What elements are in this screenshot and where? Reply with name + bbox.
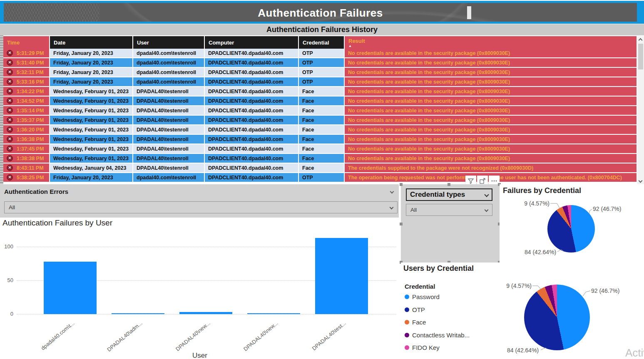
cell-result[interactable]: No credentials are available in the secu… xyxy=(345,144,637,154)
column-header-user[interactable]: User xyxy=(133,36,205,49)
cell-date[interactable]: Friday, January 20, 2023 xyxy=(50,173,133,183)
cell-time[interactable]: ✕1:38:38 PM xyxy=(3,154,50,163)
cell-result[interactable]: No credentials are available in the secu… xyxy=(345,49,637,58)
cell-computer[interactable]: DPADCLIENT40.dpadal40.com xyxy=(205,77,299,87)
cell-credential[interactable]: OTP xyxy=(299,77,345,87)
cell-user[interactable]: DPADAL40\testenroll xyxy=(133,116,205,125)
cell-computer[interactable]: DPADCLIENT40.dpadal40.com xyxy=(205,163,299,173)
chevron-down-icon[interactable] xyxy=(390,190,394,194)
resize-handle[interactable] xyxy=(448,183,450,186)
cell-date[interactable]: Wednesday, February 01, 2023 xyxy=(50,135,133,144)
bar-4[interactable] xyxy=(247,313,300,314)
cell-user[interactable]: dpadal40.com\testenroll xyxy=(133,58,205,68)
cell-result[interactable]: No credentials are available in the secu… xyxy=(345,58,637,68)
credential-types-dropdown[interactable]: All xyxy=(406,204,492,216)
cell-time[interactable]: ✕5:31:29 PM xyxy=(3,49,50,58)
cell-result[interactable]: No credentials are available in the secu… xyxy=(345,77,637,87)
column-header-computer[interactable]: Computer xyxy=(205,36,299,49)
cell-result[interactable]: No credentials are available in the secu… xyxy=(345,116,637,125)
bar-2[interactable] xyxy=(112,313,164,314)
cell-result[interactable]: No credentials are available in the secu… xyxy=(345,154,637,163)
cell-time[interactable]: ✕1:36:20 PM xyxy=(3,125,50,135)
cell-result[interactable]: The credentials supplied to the package … xyxy=(345,163,637,173)
cell-date[interactable]: Friday, January 20, 2023 xyxy=(50,49,133,58)
cell-user[interactable]: dpadal40.com\testenroll xyxy=(133,49,205,58)
scroll-down-icon[interactable] xyxy=(639,179,643,183)
cell-computer[interactable]: DPADCLIENT40.dpadal40.com xyxy=(205,68,299,77)
cell-time[interactable]: ✕5:32:11 PM xyxy=(3,68,50,77)
cell-date[interactable]: Friday, January 20, 2023 xyxy=(50,58,133,68)
legend-item-face[interactable]: Face xyxy=(405,319,426,326)
cell-user[interactable]: DPADAL40\testenroll xyxy=(133,87,205,97)
cell-user[interactable]: DPADAL40\testenroll xyxy=(133,125,205,135)
cell-computer[interactable]: DPADCLIENT40.dpadal40.com xyxy=(205,125,299,135)
cell-user[interactable]: DPADAL40\testenroll xyxy=(133,135,205,144)
cell-time[interactable]: ✕5:31:40 PM xyxy=(3,58,50,68)
cell-date[interactable]: Wednesday, February 01, 2023 xyxy=(50,116,133,125)
cell-credential[interactable]: Face xyxy=(299,135,345,144)
cell-user[interactable]: DPADAL40\testenroll xyxy=(133,154,205,163)
cell-credential[interactable]: Face xyxy=(299,125,345,135)
cell-credential[interactable]: OTP xyxy=(299,58,345,68)
cell-time[interactable]: ✕8:43:11 PM xyxy=(3,163,50,173)
legend-item-password[interactable]: Password xyxy=(405,293,440,300)
cell-date[interactable]: Wednesday, February 01, 2023 xyxy=(50,154,133,163)
cell-result[interactable]: No credentials are available in the secu… xyxy=(345,106,637,116)
cell-credential[interactable]: OTP xyxy=(299,173,345,183)
cell-computer[interactable]: DPADCLIENT40.dpadal40.com xyxy=(205,135,299,144)
cell-result[interactable]: No credentials are available in the secu… xyxy=(345,125,637,135)
cell-time[interactable]: ✕1:35:37 PM xyxy=(3,116,50,125)
column-header-credential[interactable]: Credential xyxy=(299,36,345,49)
table-scrollbar[interactable] xyxy=(637,36,644,184)
cell-computer[interactable]: DPADCLIENT40.dpadal40.com xyxy=(205,49,299,58)
bar-1[interactable] xyxy=(44,262,97,314)
failures-by-credential-pie[interactable] xyxy=(547,205,595,253)
bar-3[interactable] xyxy=(179,312,232,314)
cell-date[interactable]: Wednesday, January 04, 2023 xyxy=(50,163,133,173)
cell-user[interactable]: DPADAL40\testenroll xyxy=(133,106,205,116)
users-by-credential-pie[interactable] xyxy=(524,285,590,350)
bar-5[interactable] xyxy=(315,238,368,314)
cell-date[interactable]: Wednesday, February 01, 2023 xyxy=(50,125,133,135)
cell-computer[interactable]: DPADCLIENT40.dpadal40.com xyxy=(205,154,299,163)
cell-credential[interactable]: Face xyxy=(299,154,345,163)
cell-computer[interactable]: DPADCLIENT40.dpadal40.com xyxy=(205,173,299,183)
cell-user[interactable]: dpadal40.com\testenroll xyxy=(133,173,205,183)
cell-credential[interactable]: Face xyxy=(299,163,345,173)
cell-date[interactable]: Wednesday, February 01, 2023 xyxy=(50,106,133,116)
cell-computer[interactable]: DPADCLIENT40.dpadal40.com xyxy=(205,87,299,97)
cell-credential[interactable]: Face xyxy=(299,116,345,125)
cell-time[interactable]: ✕1:37:45 PM xyxy=(3,144,50,154)
cell-time[interactable]: ✕1:36:38 PM xyxy=(3,135,50,144)
cell-credential[interactable]: Face xyxy=(299,87,345,97)
column-header-result[interactable]: Result ▲ xyxy=(345,36,637,49)
column-header-time[interactable]: Time xyxy=(3,36,50,49)
cell-date[interactable]: Friday, January 20, 2023 xyxy=(50,68,133,77)
cell-computer[interactable]: DPADCLIENT40.dpadal40.com xyxy=(205,144,299,154)
legend-item-contactless-writab-[interactable]: Contactless Writab... xyxy=(405,332,470,339)
cell-date[interactable]: Wednesday, February 01, 2023 xyxy=(50,144,133,154)
resize-handle[interactable] xyxy=(400,183,403,186)
cell-computer[interactable]: DPADCLIENT40.dpadal40.com xyxy=(205,58,299,68)
cell-computer[interactable]: DPADCLIENT40.dpadal40.com xyxy=(205,106,299,116)
cell-time[interactable]: ✕5:33:16 PM xyxy=(3,77,50,87)
cell-date[interactable]: Wednesday, February 01, 2023 xyxy=(50,97,133,106)
cell-computer[interactable]: DPADCLIENT40.dpadal40.com xyxy=(205,97,299,106)
scrollbar-thumb[interactable] xyxy=(638,44,643,69)
cell-result[interactable]: No credentials are available in the secu… xyxy=(345,87,637,97)
column-header-date[interactable]: Date xyxy=(50,36,133,49)
cell-credential[interactable]: Face xyxy=(299,106,345,116)
cell-user[interactable]: DPADAL40\testenroll xyxy=(133,144,205,154)
cell-user[interactable]: DPADAL40\testenroll xyxy=(133,97,205,106)
cell-credential[interactable]: Face xyxy=(299,144,345,154)
cell-date[interactable]: Wednesday, February 01, 2023 xyxy=(50,87,133,97)
cell-date[interactable]: Friday, January 20, 2023 xyxy=(50,77,133,87)
cell-user[interactable]: dpadal40.com\testenroll xyxy=(133,68,205,77)
cell-credential[interactable]: Face xyxy=(299,97,345,106)
cell-time[interactable]: ✕1:35:14 PM xyxy=(3,106,50,116)
cell-result[interactable]: No credentials are available in the secu… xyxy=(345,97,637,106)
legend-item-otp[interactable]: OTP xyxy=(405,306,425,313)
credential-types-header[interactable]: Credential types xyxy=(406,188,492,201)
cell-time[interactable]: ✕1:34:22 PM xyxy=(3,87,50,97)
cell-user[interactable]: dpadal40.com\testenroll xyxy=(133,77,205,87)
